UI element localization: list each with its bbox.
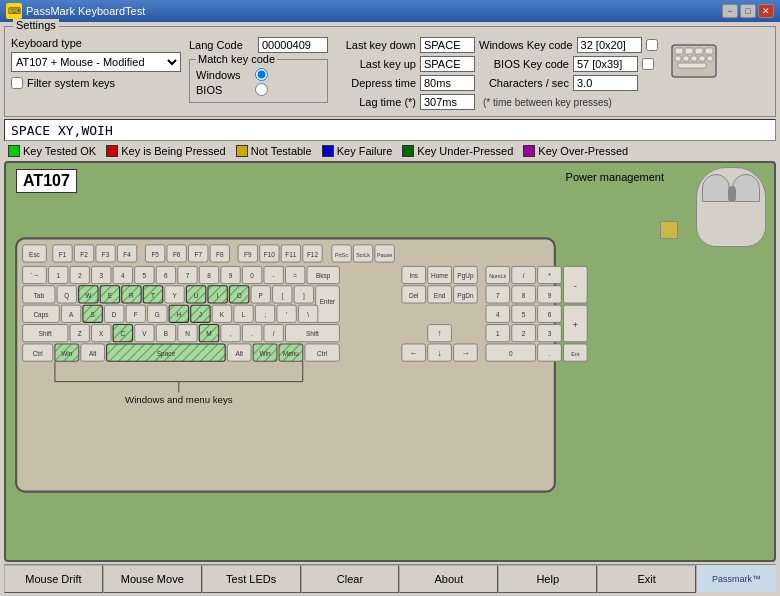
- svg-text:Z: Z: [78, 330, 82, 337]
- svg-text:Pause: Pause: [377, 252, 392, 258]
- clear-button[interactable]: Clear: [301, 565, 400, 593]
- svg-text:E: E: [108, 292, 113, 299]
- svg-text:Enter: Enter: [320, 298, 336, 305]
- svg-text:PrtSc: PrtSc: [335, 252, 348, 258]
- svg-text:ScrLk: ScrLk: [356, 252, 370, 258]
- svg-text:.: .: [251, 330, 253, 337]
- minimize-button[interactable]: −: [722, 4, 738, 18]
- win-key-checkbox[interactable]: [646, 39, 658, 51]
- svg-text:Y: Y: [172, 292, 177, 299]
- exit-button[interactable]: Exit: [597, 565, 696, 593]
- typed-text-display: SPACE XY,WOIH: [4, 119, 776, 141]
- depress-time-label: Depress time: [336, 77, 416, 89]
- svg-text:9: 9: [229, 272, 233, 279]
- svg-text:P: P: [259, 292, 263, 299]
- svg-text:]: ]: [303, 292, 305, 300]
- main-container: Settings Keyboard type AT107 + Mouse - M…: [0, 22, 780, 596]
- close-button[interactable]: ✕: [758, 4, 774, 18]
- bios-key-checkbox[interactable]: [642, 58, 654, 70]
- svg-text:[: [: [281, 292, 283, 300]
- svg-text:0: 0: [509, 350, 513, 357]
- svg-text:Shift: Shift: [39, 330, 52, 337]
- mouse-illustration: [696, 167, 766, 247]
- filter-checkbox[interactable]: [11, 77, 23, 89]
- lag-time-label: Lag time (*): [336, 96, 416, 108]
- legend-over-pressed-label: Key Over-Pressed: [538, 145, 628, 157]
- svg-text:Home: Home: [431, 272, 449, 279]
- keyboard-type-select[interactable]: AT107 + Mouse - Modified: [11, 52, 181, 72]
- keyboard-type-label: Keyboard type: [11, 37, 181, 49]
- maximize-button[interactable]: □: [740, 4, 756, 18]
- svg-text:D: D: [112, 311, 117, 318]
- lang-code-value: 00000409: [258, 37, 328, 53]
- svg-text:↑: ↑: [437, 328, 441, 338]
- svg-text:R: R: [129, 292, 134, 299]
- svg-text:6: 6: [548, 311, 552, 318]
- app-icon: ⌨: [6, 3, 22, 19]
- legend-over-pressed-dot: [523, 145, 535, 157]
- bios-key-code-value: 57 [0x39]: [573, 56, 638, 72]
- last-key-up-label: Last key up: [336, 58, 416, 70]
- svg-text:5: 5: [522, 311, 526, 318]
- svg-rect-7: [691, 56, 697, 61]
- svg-text:8: 8: [522, 292, 526, 299]
- about-button[interactable]: About: [399, 565, 498, 593]
- help-button[interactable]: Help: [498, 565, 597, 593]
- svg-text:Bksp: Bksp: [316, 272, 331, 280]
- svg-text:4: 4: [121, 272, 125, 279]
- mouse-move-button[interactable]: Mouse Move: [103, 565, 202, 593]
- svg-text:1: 1: [56, 272, 60, 279]
- legend-under-pressed-dot: [402, 145, 414, 157]
- svg-text:F5: F5: [151, 251, 159, 258]
- legend-not-testable-label: Not Testable: [251, 145, 312, 157]
- svg-text:/: /: [523, 272, 525, 279]
- bottom-button-bar: Mouse Drift Mouse Move Test LEDs Clear A…: [4, 564, 776, 592]
- svg-text:↓: ↓: [437, 348, 441, 358]
- svg-text:F6: F6: [173, 251, 181, 258]
- window-controls: − □ ✕: [722, 4, 774, 18]
- passmark-logo: Passmark™: [696, 565, 776, 592]
- svg-text:W: W: [85, 292, 92, 299]
- svg-text:Q: Q: [64, 292, 69, 300]
- legend-under-pressed-label: Key Under-Pressed: [417, 145, 513, 157]
- last-key-down-row: Last key down SPACE Windows Key code 32 …: [336, 37, 658, 53]
- title-bar: ⌨ PassMark KeyboardTest − □ ✕: [0, 0, 780, 22]
- windows-radio[interactable]: [255, 68, 268, 81]
- svg-text:5: 5: [143, 272, 147, 279]
- typed-text: SPACE XY,WOIH: [11, 123, 113, 138]
- svg-text:-: -: [574, 281, 577, 291]
- svg-text:I: I: [217, 292, 219, 299]
- legend-bar: Key Tested OK Key is Being Pressed Not T…: [4, 143, 776, 159]
- svg-text:;: ;: [264, 311, 266, 318]
- svg-text:F8: F8: [216, 251, 224, 258]
- svg-text:C: C: [120, 330, 125, 337]
- svg-text:': ': [286, 311, 287, 318]
- legend-key-failure-label: Key Failure: [337, 145, 393, 157]
- svg-text:J: J: [199, 311, 202, 318]
- svg-text:7: 7: [496, 292, 500, 299]
- test-leds-button[interactable]: Test LEDs: [202, 565, 301, 593]
- lag-note: (* time between key presses): [483, 97, 612, 108]
- svg-text:K: K: [220, 311, 225, 318]
- settings-group: Settings Keyboard type AT107 + Mouse - M…: [4, 26, 776, 117]
- bios-radio-label: BIOS: [196, 84, 251, 96]
- svg-text:4: 4: [496, 311, 500, 318]
- svg-text:←: ←: [409, 348, 418, 358]
- mouse-drift-button[interactable]: Mouse Drift: [4, 565, 103, 593]
- svg-text:7: 7: [186, 272, 190, 279]
- mouse-left-button: [702, 174, 730, 202]
- legend-being-pressed-label: Key is Being Pressed: [121, 145, 226, 157]
- last-key-up-value: SPACE: [420, 56, 475, 72]
- svg-rect-3: [695, 48, 703, 54]
- svg-text:Menu: Menu: [283, 350, 300, 357]
- svg-text:Caps: Caps: [33, 311, 48, 319]
- svg-rect-5: [675, 56, 681, 61]
- svg-text:.: .: [549, 350, 551, 357]
- bios-radio[interactable]: [255, 83, 268, 96]
- svg-text:6: 6: [164, 272, 168, 279]
- svg-rect-8: [699, 56, 705, 61]
- svg-rect-4: [705, 48, 713, 54]
- svg-text:L: L: [242, 311, 246, 318]
- svg-text:NumLk: NumLk: [489, 273, 506, 279]
- svg-text:Esc: Esc: [29, 251, 41, 258]
